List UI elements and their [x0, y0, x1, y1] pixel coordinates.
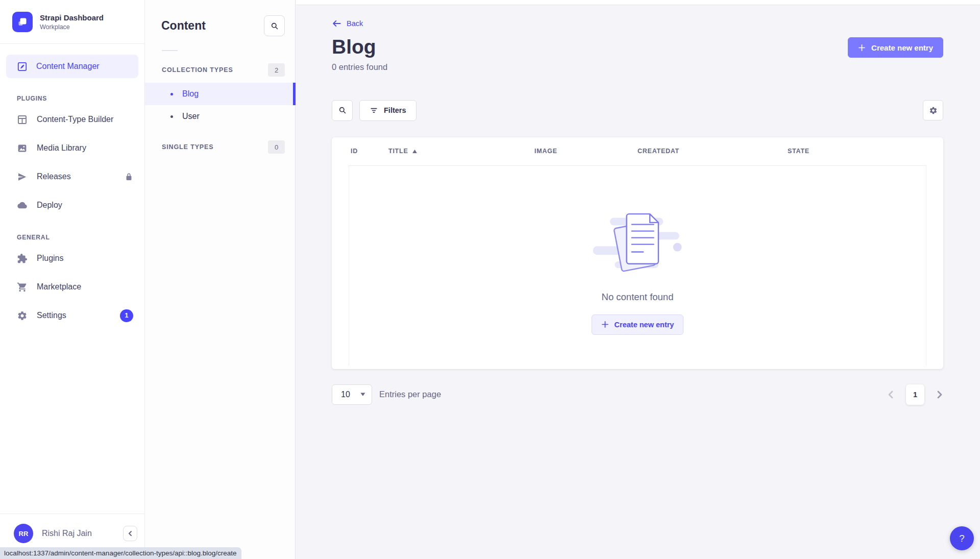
- page-size-select[interactable]: 10: [332, 384, 372, 405]
- subnav-item-blog[interactable]: Blog: [145, 83, 295, 105]
- next-page-icon[interactable]: [936, 390, 943, 399]
- plus-icon: [601, 321, 609, 328]
- top-strip: [296, 0, 980, 5]
- help-button[interactable]: ?: [950, 526, 974, 550]
- sidebar-item-content-manager[interactable]: Content Manager: [6, 55, 138, 78]
- app-title: Strapi Dashboard: [40, 13, 104, 23]
- sidebar-item-media-library[interactable]: Media Library: [0, 134, 144, 162]
- sidebar-item-settings[interactable]: Settings 1: [0, 301, 144, 330]
- sidebar-item-content-type-builder[interactable]: Content-Type Builder: [0, 105, 144, 134]
- avatar[interactable]: RR: [14, 524, 33, 543]
- view-settings-button[interactable]: [923, 100, 943, 120]
- status-bar-url: localhost:1337/admin/content-manager/col…: [0, 547, 241, 559]
- sidebar-item-label: Plugins: [37, 254, 63, 263]
- sidebar-item-label: Settings: [37, 311, 66, 320]
- sidebar-item-label: Media Library: [37, 143, 86, 153]
- page-title: Blog: [332, 36, 387, 59]
- table-header-row: ID TITLE IMAGE CREATEDAT STATE: [332, 137, 943, 165]
- sidebar-item-deploy[interactable]: Deploy: [0, 191, 144, 220]
- empty-create-entry-button[interactable]: Create new entry: [592, 314, 684, 335]
- sidebar-collapse-button[interactable]: [123, 526, 137, 541]
- sidebar-item-label: Marketplace: [37, 282, 81, 291]
- sidebar-item-label: Content Manager: [36, 62, 100, 71]
- workspace-name: Workplace: [40, 23, 104, 31]
- subnav-item-label: Blog: [182, 89, 199, 99]
- workspace-switcher[interactable]: Strapi Dashboard Workplace: [0, 0, 144, 44]
- sidebar-item-plugins[interactable]: Plugins: [0, 244, 144, 273]
- sidebar-section-plugins: PLUGINS: [17, 95, 144, 102]
- group-label-single-types: SINGLE TYPES: [162, 143, 214, 151]
- subnav-search-button[interactable]: [264, 15, 285, 36]
- subnav-item-user[interactable]: User: [145, 105, 295, 128]
- chevron-down-icon: [360, 393, 365, 396]
- search-icon: [271, 22, 279, 30]
- bullet-icon: [170, 115, 173, 118]
- back-link[interactable]: Back: [332, 19, 363, 28]
- lock-icon: [125, 173, 133, 181]
- group-label-collection-types: COLLECTION TYPES: [162, 66, 233, 74]
- collection-types-count-badge: 2: [268, 63, 285, 77]
- feather-pen-icon: [17, 61, 28, 72]
- entries-per-page-label: Entries per page: [379, 390, 441, 399]
- column-header-id: ID: [351, 148, 388, 155]
- empty-documents-illustration: [590, 208, 685, 276]
- paper-plane-icon: [17, 172, 28, 182]
- content-subnav: Content COLLECTION TYPES 2 Blog User SIN…: [145, 0, 296, 559]
- gear-icon: [17, 310, 28, 321]
- puzzle-icon: [17, 253, 28, 264]
- filters-button[interactable]: Filters: [359, 100, 416, 121]
- sidebar-item-label: Releases: [37, 172, 71, 181]
- sidebar: Strapi Dashboard Workplace Content Manag…: [0, 0, 145, 559]
- cart-icon: [17, 282, 28, 293]
- empty-state: No content found Create new entry: [349, 166, 926, 366]
- column-header-createdat: CREATEDAT: [638, 148, 788, 155]
- entries-table: ID TITLE IMAGE CREATEDAT STATE: [332, 137, 943, 369]
- single-types-count-badge: 0: [268, 140, 285, 154]
- previous-page-icon[interactable]: [887, 390, 894, 399]
- chevron-left-icon: [128, 530, 133, 537]
- plus-icon: [858, 44, 866, 52]
- main-content: Back Blog 0 entries found Create new ent…: [296, 0, 980, 559]
- gear-icon: [929, 106, 938, 115]
- pagination-bar: 10 Entries per page 1: [296, 384, 980, 405]
- page-number-button[interactable]: 1: [906, 384, 924, 405]
- entries-count: 0 entries found: [332, 62, 387, 72]
- strapi-logo-icon: [12, 12, 33, 32]
- create-new-entry-button[interactable]: Create new entry: [848, 37, 943, 58]
- filter-icon: [370, 106, 378, 115]
- arrow-left-icon: [332, 19, 341, 28]
- user-name: Rishi Raj Jain: [42, 529, 114, 538]
- list-search-button[interactable]: [332, 100, 353, 121]
- sidebar-item-label: Content-Type Builder: [37, 115, 113, 124]
- sort-ascending-icon: [412, 150, 417, 153]
- sidebar-item-releases[interactable]: Releases: [0, 162, 144, 191]
- sidebar-item-marketplace[interactable]: Marketplace: [0, 273, 144, 301]
- column-header-state: STATE: [788, 148, 943, 155]
- layout-icon: [17, 114, 28, 125]
- settings-notification-badge: 1: [120, 309, 133, 322]
- subnav-title: Content: [161, 19, 206, 33]
- image-icon: [17, 143, 28, 154]
- subnav-item-label: User: [182, 112, 200, 121]
- empty-state-message: No content found: [602, 291, 674, 303]
- cloud-icon: [17, 200, 28, 211]
- bullet-icon: [170, 93, 173, 95]
- sidebar-item-label: Deploy: [37, 201, 62, 210]
- column-header-title[interactable]: TITLE: [388, 148, 534, 155]
- column-header-image: IMAGE: [534, 148, 638, 155]
- search-icon: [338, 106, 347, 114]
- sidebar-section-general: GENERAL: [17, 234, 144, 241]
